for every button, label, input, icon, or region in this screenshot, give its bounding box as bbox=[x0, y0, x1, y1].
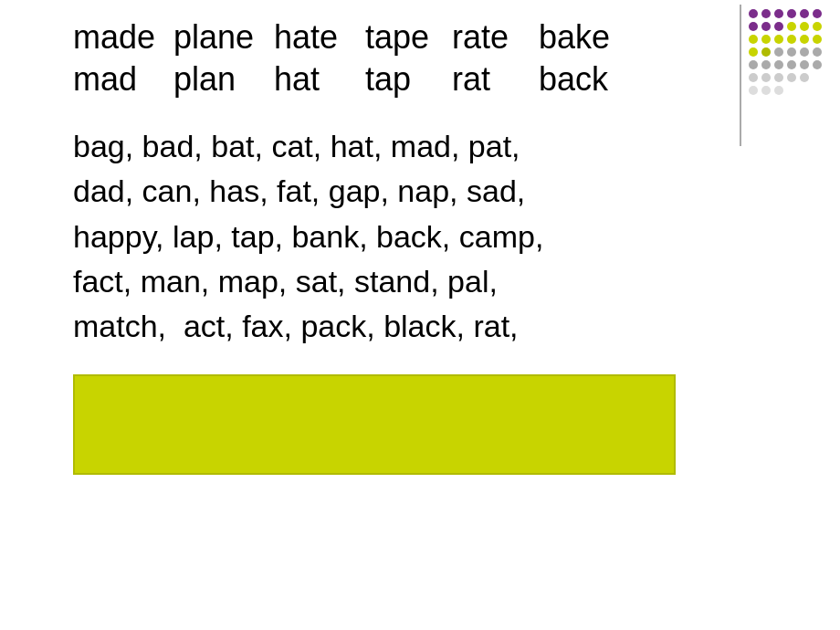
word-rate: rate bbox=[452, 18, 539, 57]
word-bake: bake bbox=[539, 18, 612, 57]
word-rat: rat bbox=[452, 60, 539, 99]
word-plane: plane bbox=[173, 18, 274, 57]
word-tap: tap bbox=[365, 60, 452, 99]
word-hat: hat bbox=[274, 60, 365, 99]
word-row-1: made plane hate tape rate bake bbox=[73, 18, 730, 57]
word-hate: hate bbox=[274, 18, 365, 57]
word-made: made bbox=[73, 18, 173, 57]
dot-grid bbox=[749, 9, 831, 137]
word-row-2: mad plan hat tap rat back bbox=[73, 60, 730, 99]
main-content: made plane hate tape rate bake mad plan … bbox=[73, 18, 730, 475]
word-back: back bbox=[539, 60, 612, 99]
yellow-box bbox=[73, 374, 676, 475]
word-tape: tape bbox=[365, 18, 452, 57]
word-mad: mad bbox=[73, 60, 173, 99]
paragraph: bag, bad, bat, cat, hat, mad, pat, dad, … bbox=[73, 124, 730, 349]
vertical-divider bbox=[740, 5, 741, 146]
word-plan: plan bbox=[173, 60, 274, 99]
